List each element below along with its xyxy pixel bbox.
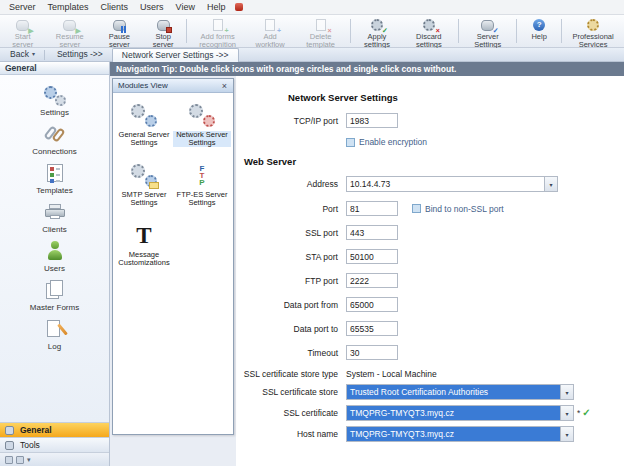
apply-settings-icon: ✓ [368,18,386,32]
back-button[interactable]: Back ▾ [0,48,41,61]
panel-icon[interactable] [5,456,13,464]
module-ftp-es-server-settings[interactable]: FTP FTP-ES Server Settings [173,161,231,207]
chevron-down-icon[interactable]: ▾ [27,456,31,464]
smtp-server-settings-icon [115,161,173,189]
add-workflow-icon: + [261,18,279,32]
menu-server[interactable]: Server [3,0,42,15]
ftp-es-server-settings-icon: FTP [173,161,231,189]
data-port-to-input[interactable] [346,321,398,336]
breadcrumb-tab-settings[interactable]: Settings ->> [48,48,112,61]
sidebar-item-templates[interactable]: Templates [7,158,103,197]
ssl-certificate-combobox[interactable]: TMQPRG-TMYQT3.myq.cz ▾ [346,405,574,421]
menu-view[interactable]: View [170,0,201,15]
template-list-icon [7,161,103,185]
ssl-port-input[interactable] [346,225,398,240]
sidebar-item-settings[interactable]: Settings [7,80,103,119]
add-workflow-button: + Add workflow [247,16,294,46]
delete-template-button: × Delete template [294,16,348,46]
toolbar-separator [516,19,517,43]
pause-server-button[interactable]: Pause server [96,16,142,46]
delete-template-icon: × [312,18,330,32]
content-area: Modules View × General Server Settings N… [110,76,624,466]
paperclip-icon [7,122,103,146]
module-smtp-server-settings[interactable]: SMTP Server Settings [115,161,173,207]
person-icon [7,239,103,263]
message-customizations-icon: T [115,221,173,249]
sidebar-items: Settings Connections Templates Clients U… [0,75,109,422]
chevron-down-icon[interactable]: ▾ [560,385,573,399]
chevron-down-icon[interactable]: ▾ [560,427,573,441]
server-settings-icon: ✓ [479,18,497,32]
ssl-cert-store-combobox[interactable]: Trusted Root Certification Authorities ▾ [346,384,574,400]
web-server-heading: Web Server [244,156,624,167]
menu-bar: Server Templates Clients Users View Help [0,0,624,15]
tcp-ip-port-label: TCP/IP port [236,116,338,126]
gear-icon[interactable] [16,456,24,464]
chevron-down-icon[interactable]: ▾ [560,406,573,420]
data-port-from-input[interactable] [346,297,398,312]
network-server-settings-form: Network Server Settings TCP/IP port Enab… [236,76,624,466]
tcp-ip-port-input[interactable] [346,113,398,128]
ssl-certificate-label: SSL certificate [236,408,338,418]
server-settings-button[interactable]: ✓ Server Settings [461,16,514,46]
breadcrumb-tab-network-server-settings[interactable]: Network Server Settings ->> [112,48,239,62]
menu-templates[interactable]: Templates [42,0,95,15]
ssl-cert-store-type-label: SSL certificate store type [236,369,338,379]
sidebar-item-connections[interactable]: Connections [7,119,103,158]
ftp-port-input[interactable] [346,273,398,288]
professional-services-icon [584,18,602,32]
sidebar-item-users[interactable]: Users [7,236,103,275]
section-general-icon [5,426,14,435]
chevron-down-icon[interactable]: ▾ [544,177,557,191]
general-server-settings-icon [115,101,173,129]
module-message-customizations[interactable]: T Message Customizations [115,221,173,267]
enable-encryption-label: Enable encryption [359,137,427,147]
menu-clients[interactable]: Clients [95,0,135,15]
ftp-port-label: FTP port [236,276,338,286]
professional-services-button[interactable]: Professional Services [564,16,622,46]
sidebar-section-general[interactable]: General [0,422,109,437]
apply-settings-button[interactable]: ✓ Apply settings [353,16,402,46]
discard-settings-icon: × [420,18,438,32]
start-server-button: ▶ Start server [2,16,44,46]
separator [44,50,45,60]
log-document-icon [7,317,103,341]
toolbar-separator [561,19,562,43]
sta-port-input[interactable] [346,249,398,264]
close-icon[interactable]: × [219,81,230,91]
enable-encryption-checkbox[interactable] [346,138,355,147]
address-combobox[interactable]: 10.14.4.73 ▾ [346,176,558,192]
ssl-port-label: SSL port [236,228,338,238]
sidebar-bottom-strip: ▾ [0,452,109,466]
help-icon: ? [530,18,548,32]
sidebar-header: General [0,62,109,75]
ssl-cert-store-type-value: System - Local Machine [346,369,437,379]
stop-server-button[interactable]: Stop server [143,16,184,46]
server-stop-icon [154,18,172,32]
host-name-label: Host name [236,429,338,439]
sidebar-section-tools[interactable]: Tools [0,437,109,452]
sidebar-item-clients[interactable]: Clients [7,197,103,236]
port-input[interactable] [346,201,398,216]
bind-non-ssl-checkbox[interactable] [412,204,421,213]
timeout-input[interactable] [346,345,398,360]
module-general-server-settings[interactable]: General Server Settings [115,101,173,147]
add-forms-recognition-button: + Add forms recognition [189,16,247,46]
help-button[interactable]: ? Help [519,16,559,46]
app-accent-icon [235,3,243,11]
menu-users[interactable]: Users [134,0,170,15]
host-name-combobox[interactable]: TMQPRG-TMYQT3.myq.cz ▾ [346,426,574,442]
discard-settings-button[interactable]: × Discard settings [401,16,456,46]
ssl-cert-store-label: SSL certificate store [236,387,338,397]
sidebar-item-master-forms[interactable]: Master Forms [7,275,103,314]
app-window: Server Templates Clients Users View Help… [0,0,624,466]
port-label: Port [236,204,338,214]
server-start-icon: ▶ [14,18,32,32]
menu-help[interactable]: Help [201,0,232,15]
timeout-label: Timeout [236,348,338,358]
sidebar-item-log[interactable]: Log [7,314,103,353]
bind-non-ssl-label: Bind to non-SSL port [425,204,504,214]
modules-view-header: Modules View × [113,79,233,93]
server-pause-icon [110,18,128,32]
module-network-server-settings[interactable]: Network Server Settings [173,101,231,147]
